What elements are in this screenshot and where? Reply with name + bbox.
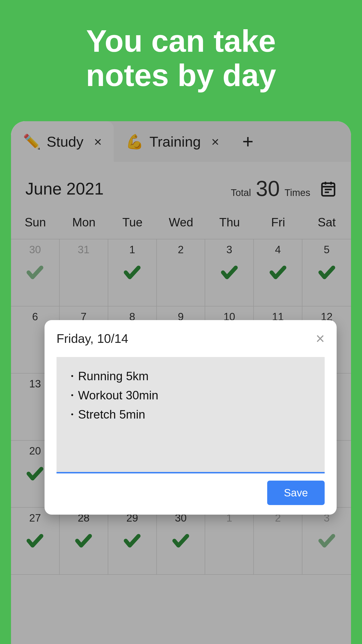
check-icon (72, 531, 95, 550)
promo-headline: You can takenotes by day (86, 24, 276, 92)
calendar-day[interactable]: 4 (254, 239, 302, 306)
tab-study[interactable]: ✏️ Study × (11, 121, 114, 162)
total-unit: Times (285, 187, 310, 198)
day-number: 27 (29, 512, 41, 524)
total-label: Total (231, 187, 251, 198)
tab-label: Training (149, 134, 201, 150)
weekday-label: Tue (108, 216, 157, 229)
check-icon (266, 263, 290, 282)
calendar-day[interactable]: 27 (11, 508, 60, 575)
day-number: 6 (32, 311, 38, 323)
calendar-day[interactable]: 31 (60, 239, 108, 306)
close-icon[interactable]: × (211, 134, 219, 150)
close-icon[interactable]: × (94, 134, 102, 150)
weekday-label: Fri (254, 216, 302, 229)
calendar-note-icon[interactable] (320, 180, 337, 197)
add-tab-button[interactable]: + (231, 121, 265, 162)
calendar-day[interactable]: 2 (254, 508, 302, 575)
app-window: ✏️ Study × 💪 Training × + June 2021 Tota… (11, 121, 351, 644)
calendar-day[interactable]: 1 (205, 508, 254, 575)
check-icon (23, 464, 47, 483)
weekday-label: Wed (157, 216, 205, 229)
weekday-label: Sun (11, 216, 60, 229)
check-icon (120, 263, 144, 282)
weekday-label: Thu (205, 216, 254, 229)
tab-label: Study (47, 134, 83, 150)
calendar-day[interactable]: 29 (108, 508, 157, 575)
calendar-day[interactable]: 1 (108, 239, 157, 306)
check-icon (23, 531, 47, 550)
day-number: 31 (78, 244, 89, 256)
note-textarea[interactable]: ・Running 5km ・Workout 30min ・Stretch 5mi… (56, 357, 325, 474)
calendar-day[interactable]: 2 (157, 239, 205, 306)
calendar-header: June 2021 Total 30 Times (11, 162, 351, 210)
weekday-label: Mon (60, 216, 108, 229)
day-number: 13 (29, 378, 41, 390)
total-value: 30 (256, 176, 280, 201)
calendar-day[interactable]: 30 (11, 239, 60, 306)
calendar-day[interactable]: 28 (60, 508, 108, 575)
calendar-day[interactable]: 3 (205, 239, 254, 306)
tab-training[interactable]: 💪 Training × (114, 121, 231, 162)
day-number: 2 (178, 244, 184, 256)
pencil-icon: ✏️ (23, 133, 41, 150)
month-label: June 2021 (25, 179, 231, 198)
day-number: 5 (324, 244, 330, 256)
calendar-day[interactable]: 5 (302, 239, 351, 306)
flex-icon: 💪 (126, 133, 144, 150)
check-icon (217, 263, 241, 282)
check-icon (120, 531, 144, 550)
check-icon (23, 263, 47, 282)
check-icon (315, 263, 339, 282)
save-button[interactable]: Save (267, 480, 325, 505)
check-icon (315, 531, 339, 550)
plus-icon: + (242, 130, 254, 152)
day-number: 3 (227, 244, 232, 256)
day-number: 20 (29, 445, 41, 457)
tab-bar: ✏️ Study × 💪 Training × + (11, 121, 351, 162)
weekday-header: Sun Mon Tue Wed Thu Fri Sat (11, 210, 351, 239)
note-dialog: Friday, 10/14 × ・Running 5km ・Workout 30… (44, 320, 337, 514)
weekday-label: Sat (302, 216, 351, 229)
close-icon[interactable]: × (316, 330, 325, 348)
calendar-day[interactable]: 3 (302, 508, 351, 575)
check-icon (169, 531, 193, 550)
day-number: 4 (275, 244, 281, 256)
day-number: 30 (29, 244, 41, 256)
dialog-title: Friday, 10/14 (56, 331, 128, 346)
total-counter: Total 30 Times (231, 176, 310, 201)
day-number: 1 (129, 244, 135, 256)
calendar-day[interactable]: 30 (157, 508, 205, 575)
